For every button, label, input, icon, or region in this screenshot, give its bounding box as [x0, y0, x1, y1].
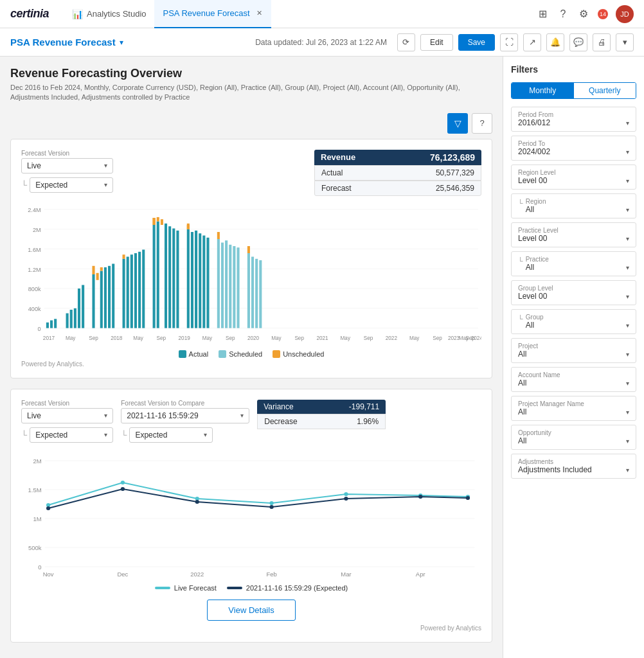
- project-filter[interactable]: Project All ▾: [511, 338, 636, 363]
- svg-rect-16: [54, 319, 57, 328]
- svg-rect-25: [100, 271, 103, 328]
- indent-icon-2: └: [21, 430, 27, 440]
- group-filter[interactable]: └ Group All ▾: [511, 309, 636, 334]
- region-level-filter[interactable]: Region Level Level 00 ▾: [511, 164, 636, 190]
- pm-filter[interactable]: Project Manager Name All ▾: [511, 396, 636, 421]
- svg-text:2.4M: 2.4M: [28, 206, 40, 213]
- gear-icon[interactable]: ⚙: [577, 8, 590, 21]
- svg-point-109: [195, 500, 199, 504]
- powered-by-1: Powered by Analytics.: [21, 360, 481, 368]
- svg-rect-43: [187, 229, 190, 328]
- adjustments-label: Adjustments: [518, 458, 629, 465]
- content-help-button[interactable]: ?: [472, 113, 492, 134]
- account-filter[interactable]: Account Name All ▾: [511, 367, 636, 392]
- legend-unscheduled-label: Unscheduled: [283, 350, 324, 358]
- variance-summary: Variance -199,711 Decrease 1.96%: [257, 400, 386, 429]
- monthly-button[interactable]: Monthly: [512, 83, 574, 98]
- expected2-select[interactable]: Expected ▾: [30, 427, 113, 443]
- page-title-area: PSA Revenue Forecast ▾: [10, 37, 123, 48]
- adjustments-filter[interactable]: Adjustments Adjustments Included ▾: [511, 454, 636, 479]
- svg-rect-62: [92, 266, 94, 274]
- svg-text:2019: 2019: [179, 335, 190, 341]
- forecast-version-select[interactable]: Live ▾: [21, 158, 113, 173]
- compare-expected-select[interactable]: Expected ▾: [129, 427, 213, 443]
- edit-button[interactable]: Edit: [420, 34, 453, 51]
- svg-rect-42: [176, 231, 179, 328]
- section-subtitle: Dec 2016 to Feb 2024, Monthly, Corporate…: [10, 83, 492, 103]
- project-label: Project: [518, 342, 629, 350]
- svg-text:Sep: Sep: [364, 335, 373, 341]
- page-title-caret[interactable]: ▾: [120, 38, 123, 47]
- svg-text:2024: 2024: [471, 335, 481, 341]
- svg-rect-67: [187, 225, 190, 229]
- svg-rect-28: [112, 263, 114, 328]
- decrease-label: Decrease: [264, 417, 297, 426]
- actual-label: Actual: [321, 168, 343, 177]
- share-icon[interactable]: ↗: [523, 33, 541, 51]
- svg-point-107: [46, 506, 50, 510]
- practice-level-filter[interactable]: Practice Level Level 00 ▾: [511, 222, 636, 247]
- bar-chart-container: 2.4M 2M 1.6M 1.2M 800k 400k 0: [21, 204, 481, 345]
- chart1-select-group: Forecast Version Live ▾ └ Expected ▾: [21, 150, 113, 193]
- svg-point-108: [121, 487, 125, 491]
- period-from-value: 2016/012: [518, 118, 550, 127]
- adjustments-value-row: Adjustments Included ▾: [518, 465, 629, 474]
- group-indent: └: [518, 315, 523, 323]
- group-level-caret: ▾: [626, 293, 629, 300]
- svg-rect-18: [70, 310, 73, 328]
- compare-version-select[interactable]: 2021-11-16 15:59:29 ▾: [121, 408, 249, 423]
- chat-icon[interactable]: 💬: [569, 33, 587, 51]
- monthly-quarterly-toggle: Monthly Quarterly: [511, 82, 636, 99]
- region-filter[interactable]: └ Region All ▾: [511, 193, 636, 218]
- group-level-filter[interactable]: Group Level Level 00 ▾: [511, 280, 636, 305]
- grid-icon[interactable]: ⊞: [536, 8, 549, 21]
- expected-select[interactable]: Expected ▾: [30, 177, 113, 193]
- region-value: All: [526, 205, 534, 214]
- nav-analytics-studio[interactable]: 📊 Analytics Studio: [64, 0, 154, 28]
- refresh-icon[interactable]: ⟳: [397, 33, 415, 51]
- save-button[interactable]: Save: [458, 34, 495, 51]
- pm-value-row: All ▾: [518, 407, 629, 416]
- practice-value: All: [526, 263, 534, 272]
- period-from-caret: ▾: [626, 120, 629, 127]
- more-icon[interactable]: ▾: [616, 33, 634, 51]
- fullscreen-icon[interactable]: ⛶: [500, 33, 518, 51]
- compare-version-value: 2021-11-16 15:59:29: [127, 411, 198, 420]
- bell-icon[interactable]: 🔔: [546, 33, 564, 51]
- notification-badge[interactable]: 14: [598, 9, 608, 19]
- nav-tab-psa[interactable]: PSA Revenue Forecast ✕: [154, 0, 271, 28]
- view-details-button[interactable]: View Details: [207, 600, 295, 621]
- svg-rect-23: [96, 273, 99, 280]
- chart-icon: 📊: [72, 9, 83, 19]
- period-from-filter[interactable]: Period From 2016/012 ▾: [511, 107, 636, 132]
- chart2-controls: Forecast Version Live ▾ └ Expected ▾: [21, 400, 481, 443]
- svg-text:1.2M: 1.2M: [28, 265, 40, 272]
- tab-close-icon[interactable]: ✕: [256, 9, 262, 17]
- help-icon[interactable]: ?: [557, 8, 569, 21]
- line-chart-legend: Live Forecast 2021-11-16 15:59:29 (Expec…: [21, 584, 481, 592]
- svg-rect-32: [134, 253, 137, 328]
- filter-icon-button[interactable]: ▽: [447, 113, 468, 134]
- compare-version-label: Forecast Version to Compare: [121, 400, 249, 407]
- project-caret: ▾: [626, 351, 629, 358]
- group-level-label: Group Level: [518, 285, 629, 292]
- svg-rect-19: [74, 308, 76, 328]
- svg-rect-35: [153, 225, 156, 328]
- svg-rect-20: [78, 289, 80, 328]
- svg-text:500k: 500k: [28, 545, 42, 551]
- svg-rect-27: [108, 266, 111, 328]
- print-icon[interactable]: 🖨: [593, 33, 611, 51]
- opportunity-filter[interactable]: Opportunity All ▾: [511, 425, 636, 450]
- opportunity-label: Opportunity: [518, 429, 629, 436]
- powered-by-2: Powered by Analytics: [21, 625, 481, 632]
- period-from-label: Period From: [518, 111, 629, 118]
- tab-label: PSA Revenue Forecast: [163, 8, 250, 18]
- svg-rect-52: [221, 242, 224, 328]
- svg-text:2020: 2020: [247, 335, 259, 341]
- period-to-filter[interactable]: Period To 2024/002 ▾: [511, 136, 636, 161]
- practice-filter[interactable]: └ Practice All ▾: [511, 251, 636, 276]
- avatar[interactable]: JD: [616, 5, 634, 23]
- compare-label: 2021-11-16 15:59:29 (Expected): [246, 584, 348, 592]
- quarterly-button[interactable]: Quarterly: [574, 83, 636, 98]
- forecast-version2-select[interactable]: Live ▾: [21, 408, 113, 423]
